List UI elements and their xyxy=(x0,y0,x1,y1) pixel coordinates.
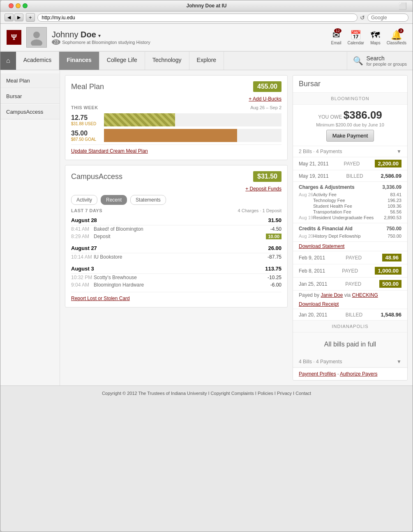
iu-logo: Ψ xyxy=(7,30,21,45)
table-row: 8:29 AM Deposit 10.00 xyxy=(71,233,281,240)
table-row: Student Health Fee 109.36 xyxy=(299,203,401,209)
bursar-title: Bursar xyxy=(299,80,321,88)
week-label: THIS WEEK xyxy=(71,105,98,110)
search-label: Search xyxy=(367,55,407,62)
owe-min: Minimum $200.00 due by June 10 xyxy=(297,122,403,127)
tab-activity[interactable]: Activity xyxy=(71,195,97,205)
indy-dropdown-arrow: ▼ xyxy=(397,359,401,365)
balance-bar xyxy=(104,113,281,126)
maps-icon-item[interactable]: 🗺 Maps xyxy=(370,30,380,45)
owe-label: YOU OWE xyxy=(318,114,342,120)
make-payment-button[interactable]: Make Payment xyxy=(326,130,374,142)
svg-point-1 xyxy=(31,39,42,46)
indianapolis-label: INDIANAPOLIS xyxy=(293,321,407,332)
table-row: 10:32 PM Scotty's Brewhouse -10.25 xyxy=(71,274,281,281)
google-search-input[interactable] xyxy=(367,14,408,22)
sidebar-item-meal-plan[interactable]: Meal Plan xyxy=(0,73,60,88)
payer-info: Payed by Janie Doe via CHECKING xyxy=(293,291,407,300)
footer-text: Copyright © 2012 The Trustees of Indiana… xyxy=(102,391,311,396)
add-ubucks-link[interactable]: + Add U-Bucks xyxy=(71,96,281,102)
refresh-button[interactable]: ↺ xyxy=(360,14,365,21)
balance-used: $31.88 USED xyxy=(71,122,104,126)
meal-plan-amount: 455.00 xyxy=(253,81,281,92)
report-card-link[interactable]: Report Lost or Stolen Card xyxy=(71,292,281,301)
nav-finances[interactable]: Finances xyxy=(59,52,99,70)
nav-home-button[interactable]: ⌂ xyxy=(0,52,16,70)
bill-row-feb8: Feb 8, 2011 PAYED 1,000.00 xyxy=(293,264,407,277)
bills-dropdown-arrow: ▼ xyxy=(397,149,401,154)
notification-count: 23 xyxy=(52,39,60,45)
table-row: Aug 26 Activity Fee 83.41 xyxy=(299,192,401,197)
avatar xyxy=(26,27,47,48)
week-dates: Aug 26 – Sep 2 xyxy=(250,105,281,110)
payer-name-link[interactable]: Janie Doe xyxy=(321,292,343,298)
indy-bills-summary[interactable]: 4 Bills · 4 Payments ▼ xyxy=(293,356,407,367)
bills-summary[interactable]: 2 Bills · 4 Payments ▼ xyxy=(293,146,407,157)
campus-access-amount: $31.50 xyxy=(253,171,281,182)
bill-row-jan20: Jan 20, 2011 BILLED 1,548.96 xyxy=(293,309,407,321)
charges-summary: 4 Charges · 1 Deposit xyxy=(238,208,281,213)
day-section-aug3: August 3 113.75 10:32 PM Scotty's Brewho… xyxy=(71,264,281,289)
goal-bar xyxy=(104,129,281,142)
add-tab-button[interactable]: + xyxy=(26,13,35,22)
forward-button[interactable]: ▶ xyxy=(14,14,23,21)
table-row: Technology Fee 196.23 xyxy=(299,197,401,203)
day-aug3: August 3 xyxy=(71,266,94,272)
meal-plan-title: Meal Plan xyxy=(71,83,104,91)
last-7-days-label: LAST 7 DAYS xyxy=(71,208,102,213)
calendar-icon: 📅 xyxy=(350,30,361,40)
authorize-payers-link[interactable]: Authorize Payers xyxy=(340,371,377,377)
nav-explore[interactable]: Explore xyxy=(189,52,224,70)
table-row: Aug 19 Resident Undergraduate Fees 2,890… xyxy=(299,215,401,220)
table-row: Aug 20 History Dept Fellowship 750.00 xyxy=(299,233,401,239)
charges-section: Charges & Adjustments 3,336.09 Aug 26 Ac… xyxy=(293,182,407,223)
update-meal-plan-link[interactable]: Update Standard Cream Meal Plan xyxy=(71,144,281,154)
deposit-funds-link[interactable]: + Deposit Funds xyxy=(71,186,281,192)
day-section-aug28: August 28 31.50 8:41 AM Baked! of Bloomi… xyxy=(71,216,281,240)
day-section-aug27: August 27 26.00 10:14 AM IU Bookstore -8… xyxy=(71,243,281,261)
credits-section: Credits & Financial Aid 750.00 Aug 20 Hi… xyxy=(293,223,407,242)
nav-technology[interactable]: Technology xyxy=(145,52,189,70)
day-aug28-total: 31.50 xyxy=(268,217,281,223)
goal-amount: 35.00 xyxy=(71,130,104,137)
classifieds-icon-item[interactable]: 🔔 3 Classifieds xyxy=(387,30,406,45)
bill-row-may19: May 19, 2011 BILLED 2,586.09 xyxy=(293,170,407,182)
url-input[interactable] xyxy=(37,14,358,22)
email-icon-item[interactable]: ✉ 12 Email xyxy=(331,30,341,45)
search-icon: 🔍 xyxy=(353,56,363,66)
home-icon: ⌂ xyxy=(6,57,10,64)
table-row: Transportation Fee 56.56 xyxy=(299,209,401,215)
payer-method-link[interactable]: CHECKING xyxy=(352,292,378,298)
download-statement-link[interactable]: Download Statement xyxy=(293,242,407,251)
bill-row-may21: May 21, 2011 PAYED 2,200.00 xyxy=(293,157,407,170)
calendar-icon-item[interactable]: 📅 Calendar xyxy=(348,30,365,45)
owe-amount: $386.09 xyxy=(344,109,382,121)
day-aug28: August 28 xyxy=(71,217,97,223)
balance-amount: 12.75 xyxy=(71,114,104,122)
goal-label: $87.50 GOAL xyxy=(71,137,104,142)
browser-title: Johnny Doe at IU xyxy=(186,3,226,9)
bloomington-label: BLOOMINGTON xyxy=(293,93,407,105)
sidebar-item-bursar[interactable]: Bursar xyxy=(0,89,60,104)
svg-point-0 xyxy=(33,32,40,38)
campus-access-title: CampusAccess xyxy=(71,172,122,181)
maps-icon: 🗺 xyxy=(371,30,380,40)
table-row: 10:14 AM IU Bookstore -87.75 xyxy=(71,253,281,261)
table-row: 9:04 AM Bloomington Hardware -6.00 xyxy=(71,281,281,289)
tab-statements[interactable]: Statements xyxy=(130,195,166,205)
sidebar-item-campus-access[interactable]: CampusAccess xyxy=(0,105,60,119)
payment-profiles-section: Payment Profiles · Authorize Payers xyxy=(293,367,407,380)
user-subtitle: Sophomore at Bloomington studying Histor… xyxy=(62,40,150,45)
payment-profiles-link[interactable]: Payment Profiles xyxy=(299,371,336,377)
bill-row-jan25: Jan 25, 2011 PAYED 500.00 xyxy=(293,277,407,291)
nav-college-life[interactable]: College Life xyxy=(99,52,145,70)
tab-recent[interactable]: Recent xyxy=(101,195,127,205)
nav-search-area[interactable]: 🔍 Search for people or groups xyxy=(347,52,413,70)
back-button[interactable]: ◀ xyxy=(5,14,14,21)
email-badge: 12 xyxy=(334,28,341,33)
search-sublabel: for people or groups xyxy=(367,62,407,66)
nav-academics[interactable]: Academics xyxy=(16,52,59,70)
download-receipt-link[interactable]: Download Receipt xyxy=(293,300,407,309)
classifieds-badge: 3 xyxy=(398,28,404,33)
day-aug27: August 27 xyxy=(71,245,97,251)
